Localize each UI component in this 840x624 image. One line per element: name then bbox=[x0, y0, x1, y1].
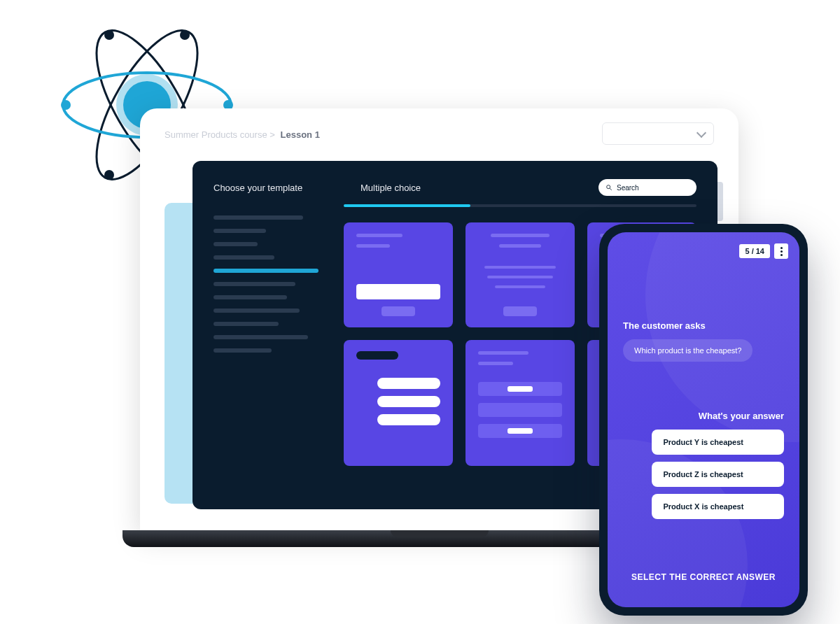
category-item[interactable] bbox=[214, 322, 279, 326]
progress-bar bbox=[344, 204, 696, 207]
chevron-down-icon bbox=[696, 127, 706, 137]
template-card[interactable] bbox=[344, 222, 453, 327]
category-item[interactable] bbox=[214, 295, 287, 299]
search-icon bbox=[606, 184, 612, 191]
breadcrumb[interactable]: Summer Products course > Lesson 1 bbox=[164, 129, 320, 140]
search-placeholder: Search bbox=[617, 184, 639, 192]
template-card[interactable] bbox=[344, 340, 453, 466]
category-item[interactable] bbox=[214, 282, 295, 286]
select-answer-cta: SELECT THE CORRECT ANSWER bbox=[623, 572, 784, 582]
breadcrumb-parent[interactable]: Summer Products course bbox=[164, 129, 267, 140]
svg-line-12 bbox=[610, 188, 612, 190]
phone-mockup: 5 / 14 The customer asks Which product i… bbox=[599, 224, 808, 616]
breadcrumb-current: Lesson 1 bbox=[281, 129, 320, 140]
answer-option[interactable]: Product Y is cheapest bbox=[652, 430, 784, 455]
svg-point-7 bbox=[104, 30, 114, 40]
template-category-list bbox=[214, 204, 318, 466]
laptop-notch bbox=[391, 530, 489, 537]
search-input[interactable]: Search bbox=[598, 179, 696, 196]
answer-label: What's your answer bbox=[623, 411, 784, 421]
svg-point-11 bbox=[607, 185, 610, 189]
category-item[interactable] bbox=[214, 242, 258, 246]
template-card[interactable] bbox=[465, 340, 575, 466]
svg-point-9 bbox=[180, 30, 190, 40]
answer-list: Product Y is cheapest Product Z is cheap… bbox=[623, 430, 784, 519]
question-bubble: Which product is the cheapest? bbox=[623, 339, 752, 362]
category-item[interactable] bbox=[214, 348, 272, 353]
category-item[interactable] bbox=[214, 215, 303, 220]
svg-point-6 bbox=[61, 100, 71, 110]
template-card[interactable] bbox=[465, 222, 575, 327]
category-item-active[interactable] bbox=[214, 269, 318, 273]
header-dropdown[interactable] bbox=[602, 122, 714, 145]
answer-option[interactable]: Product X is cheapest bbox=[652, 494, 784, 519]
phone-screen: 5 / 14 The customer asks Which product i… bbox=[608, 232, 799, 607]
category-item[interactable] bbox=[214, 309, 300, 313]
svg-point-10 bbox=[104, 170, 114, 180]
panel-title: Multiple choice bbox=[360, 183, 556, 193]
category-item[interactable] bbox=[214, 335, 308, 339]
breadcrumb-separator: > bbox=[270, 129, 277, 140]
category-item[interactable] bbox=[214, 255, 274, 260]
sidebar-title: Choose your template bbox=[214, 183, 318, 193]
question-label: The customer asks bbox=[623, 320, 784, 331]
answer-option[interactable]: Product Z is cheapest bbox=[652, 462, 784, 487]
category-item[interactable] bbox=[214, 229, 266, 233]
